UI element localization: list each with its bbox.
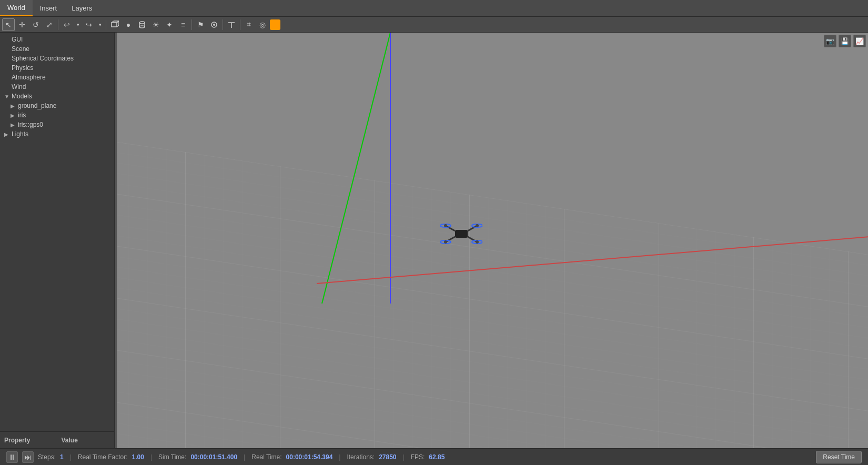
separator-2 (106, 19, 106, 30)
record-button[interactable] (208, 18, 220, 31)
undo-dropdown-button[interactable]: ▾ (74, 18, 82, 31)
rotate-tool-button[interactable]: ↺ (29, 18, 42, 31)
save-button[interactable]: 💾 (839, 35, 851, 47)
svg-point-31 (476, 240, 479, 244)
stats-button[interactable]: 📈 (853, 35, 866, 47)
tree-label-scene: Scene (12, 45, 29, 53)
rtf-label: Real Time Factor: (78, 453, 128, 461)
step-button[interactable]: ⏭ (22, 451, 34, 463)
svg-point-6 (139, 22, 145, 24)
svg-rect-0 (112, 23, 117, 27)
snap-button[interactable]: ⌗ (243, 18, 255, 31)
viewport-controls: 📷 💾 📈 (824, 35, 866, 47)
fps-value: 62.85 (429, 453, 445, 461)
tree-arrow-iris-gps0: ▶ (11, 122, 16, 128)
grid-background (117, 33, 868, 448)
dirlight-button[interactable]: ≡ (177, 18, 189, 31)
separator-4 (223, 19, 223, 30)
iterations-label: Iterations: (347, 453, 375, 461)
svg-point-29 (476, 224, 479, 227)
svg-point-28 (444, 224, 447, 227)
menu-tab-insert[interactable]: Insert (33, 0, 65, 16)
iterations-value: 27850 (379, 453, 396, 461)
scale-tool-button[interactable]: ⤢ (43, 18, 56, 31)
realtime-value: 00:00:01:54.394 (286, 453, 333, 461)
color-indicator[interactable] (270, 19, 280, 30)
tree-item-atmosphere[interactable]: Atmosphere (0, 73, 114, 82)
translate-tool-button[interactable]: ✛ (16, 18, 28, 31)
tree-label-iris-gps0: iris::gps0 (18, 121, 43, 128)
world-tree: GUISceneSpherical CoordinatesPhysicsAtmo… (0, 33, 114, 431)
align-button[interactable] (225, 18, 238, 31)
tree-item-gui[interactable]: GUI (0, 35, 114, 44)
status-bar: ⏸ ⏭ Steps: 1 | Real Time Factor: 1.00 | … (0, 448, 868, 465)
tree-item-ground-plane[interactable]: ▶ground_plane (0, 101, 114, 110)
tree-label-wind: Wind (12, 83, 26, 90)
tree-label-models: Models (12, 93, 32, 100)
tree-item-lights[interactable]: ▶Lights (0, 129, 114, 139)
box-button[interactable] (108, 18, 121, 31)
select-tool-button[interactable]: ↖ (2, 18, 15, 31)
separator-1 (58, 19, 58, 30)
tree-label-ground-plane: ground_plane (18, 102, 56, 109)
tree-arrow-ground-plane: ▶ (11, 103, 16, 109)
tree-item-wind[interactable]: Wind (0, 82, 114, 92)
tree-label-atmosphere: Atmosphere (12, 74, 46, 81)
pointlight-button[interactable]: ☀ (149, 18, 162, 31)
property-header: Property (0, 437, 57, 444)
svg-point-9 (139, 26, 145, 28)
spotlight-button[interactable]: ✦ (163, 18, 176, 31)
sidebar: GUISceneSpherical CoordinatesPhysicsAtmo… (0, 33, 115, 448)
tree-item-iris[interactable]: ▶iris (0, 110, 114, 120)
screenshot-button[interactable]: 📷 (824, 35, 836, 47)
svg-rect-15 (117, 138, 868, 448)
toolbar: ↖ ✛ ↺ ⤢ ↩ ▾ ↪ ▾ ● ☀ ✦ ≡ ⚑ ⌗ ◎ (0, 17, 868, 33)
tree-arrow-models: ▼ (4, 94, 9, 99)
fps-label: FPS: (411, 453, 425, 461)
value-header: Value (57, 437, 115, 444)
tree-label-gui: GUI (12, 36, 23, 43)
svg-point-30 (444, 240, 447, 244)
tree-item-models[interactable]: ▼Models (0, 92, 114, 101)
simtime-value: 00:00:01:51.400 (190, 453, 237, 461)
reset-time-button[interactable]: Reset Time (816, 451, 862, 463)
rtf-value: 1.00 (132, 453, 144, 461)
separator-5 (240, 19, 240, 30)
pause-button[interactable]: ⏸ (6, 451, 18, 463)
main-layout: GUISceneSpherical CoordinatesPhysicsAtmo… (0, 33, 868, 448)
menu-tab-world[interactable]: World (0, 0, 33, 16)
steps-value: 1 (60, 453, 64, 461)
tree-item-scene[interactable]: Scene (0, 44, 114, 54)
tree-item-physics[interactable]: Physics (0, 63, 114, 73)
tree-label-physics: Physics (12, 64, 33, 72)
redo-dropdown-button[interactable]: ▾ (96, 18, 104, 31)
orbit-button[interactable]: ◎ (256, 18, 269, 31)
menu-tab-layers[interactable]: Layers (64, 0, 99, 16)
tree-label-iris: iris (18, 112, 26, 119)
tree-arrow-lights: ▶ (4, 132, 9, 137)
svg-point-11 (213, 24, 215, 26)
tree-label-spherical-coords: Spherical Coordinates (12, 55, 74, 62)
realtime-label: Real Time: (251, 453, 281, 461)
tree-item-iris-gps0[interactable]: ▶iris::gps0 (0, 120, 114, 129)
sphere-button[interactable]: ● (122, 18, 135, 31)
separator-3 (191, 19, 192, 30)
menu-bar: World Insert Layers (0, 0, 868, 17)
redo-button[interactable]: ↪ (83, 18, 95, 31)
drone-model (440, 219, 482, 248)
tree-label-lights: Lights (12, 130, 28, 138)
simtime-label: Sim Time: (158, 453, 186, 461)
flag-button[interactable]: ⚑ (194, 18, 207, 31)
viewport-3d[interactable]: 📷 💾 📈 (117, 33, 868, 448)
tree-arrow-iris: ▶ (11, 113, 16, 118)
steps-label: Steps: (38, 453, 56, 461)
undo-button[interactable]: ↩ (60, 18, 73, 31)
cylinder-button[interactable] (136, 18, 148, 31)
svg-rect-19 (455, 230, 468, 238)
tree-item-spherical-coords[interactable]: Spherical Coordinates (0, 54, 114, 63)
property-panel: Property Value (0, 431, 114, 448)
